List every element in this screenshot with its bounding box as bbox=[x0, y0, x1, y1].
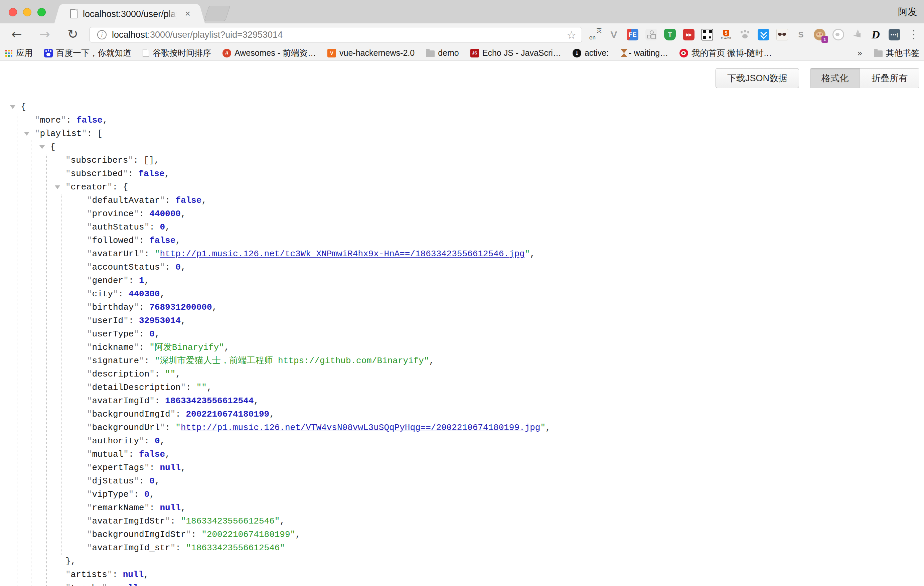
quote: " bbox=[87, 476, 92, 486]
format-button[interactable]: 格式化 bbox=[810, 68, 860, 88]
json-line: "accountStatus": 0, bbox=[0, 261, 924, 274]
browser-profile-name[interactable]: 阿发 bbox=[898, 5, 917, 19]
comma: , bbox=[149, 489, 155, 500]
quote: " bbox=[87, 302, 92, 312]
json-bracket: } bbox=[66, 556, 71, 566]
quote: " bbox=[107, 569, 112, 579]
forward-button[interactable]: → bbox=[40, 26, 50, 42]
monkey-extension-icon[interactable]: 1 bbox=[814, 29, 825, 40]
bookmark-demo[interactable]: demo bbox=[426, 48, 459, 58]
downloader-extension-icon[interactable] bbox=[757, 29, 769, 40]
json-url-link[interactable]: http://p1.music.126.net/tc3Wk_XNPmwiR4hx… bbox=[160, 249, 525, 259]
comma: , bbox=[207, 383, 212, 393]
colon: : bbox=[144, 249, 155, 259]
json-line: "signature": "深圳市爱猫人士，前端工程师 https://gith… bbox=[0, 354, 924, 368]
quote: " bbox=[87, 342, 92, 352]
colon: : bbox=[66, 115, 76, 125]
address-bar[interactable]: i localhost:3000/user/playlist?uid=32953… bbox=[89, 27, 582, 43]
quote: " bbox=[123, 316, 129, 326]
json-string-value: "阿发Binaryify" bbox=[149, 342, 224, 352]
sitemap-extension-icon[interactable] bbox=[645, 29, 657, 40]
json-line: "backgroundUrl": "http://p1.music.126.ne… bbox=[0, 421, 924, 434]
minimize-window-button[interactable] bbox=[23, 8, 31, 17]
json-line: "subscribed": false, bbox=[0, 167, 924, 180]
bookmark-vue-hackernews[interactable]: V vue-hackernews-2.0 bbox=[327, 48, 414, 58]
weibo-grey-extension-icon[interactable] bbox=[832, 29, 844, 40]
new-tab-button[interactable] bbox=[204, 6, 231, 21]
colon: : bbox=[134, 489, 144, 500]
page-icon bbox=[143, 49, 149, 57]
json-lines: {"more": false,"playlist": [{"subscriber… bbox=[0, 100, 924, 586]
bookmark-apps[interactable]: 应用 bbox=[5, 48, 33, 58]
reload-button[interactable]: ↻ bbox=[68, 26, 78, 42]
json-literal-value: 0 bbox=[175, 262, 181, 272]
other-bookmarks-folder[interactable]: 其他书签 bbox=[874, 48, 919, 58]
page-actions: 下载JSON数据 格式化 折叠所有 bbox=[716, 68, 919, 88]
quote: " bbox=[181, 383, 186, 393]
hummingbird-extension-icon[interactable] bbox=[851, 29, 863, 40]
collapse-toggle-icon[interactable] bbox=[55, 185, 60, 189]
bookmark-label: 我的首页 微博-随时… bbox=[691, 48, 772, 58]
comma: , bbox=[165, 222, 170, 232]
quote: " bbox=[87, 276, 92, 286]
collapse-toggle-icon[interactable] bbox=[40, 145, 45, 149]
qr-code-extension-icon[interactable] bbox=[701, 29, 713, 40]
json-key: city bbox=[92, 289, 113, 299]
bookmark-echojs[interactable]: JS Echo JS - JavaScri… bbox=[470, 48, 561, 58]
tab-close-icon[interactable]: × bbox=[185, 8, 190, 19]
json-key: mutual bbox=[92, 449, 124, 459]
fe-extension-icon[interactable]: FE bbox=[627, 29, 639, 40]
video-speed-extension-icon[interactable]: ▶▶ bbox=[683, 29, 695, 40]
browser-tab[interactable]: localhost:3000/user/playlist?u × bbox=[62, 4, 197, 23]
colon: : bbox=[175, 409, 186, 419]
back-button[interactable]: ← bbox=[12, 26, 22, 42]
vue-devtools-extension-icon[interactable]: V bbox=[608, 29, 620, 40]
json-line: "userId": 32953014, bbox=[0, 314, 924, 327]
json-line: "subscribers": [], bbox=[0, 154, 924, 167]
zoom-window-button[interactable] bbox=[38, 8, 46, 17]
html5-player-extension-icon[interactable]: 5 PLAYER bbox=[720, 29, 732, 40]
bookmark-label: Echo JS - JavaScri… bbox=[482, 48, 561, 58]
collapse-toggle-icon[interactable] bbox=[10, 105, 15, 109]
comma: , bbox=[175, 236, 181, 246]
quote: " bbox=[155, 249, 160, 259]
bookmark-waiting[interactable]: - waiting… bbox=[620, 48, 668, 58]
bookmark-google-sort[interactable]: 谷歌按时间排序 bbox=[143, 48, 211, 58]
json-literal-value: 32953014 bbox=[139, 316, 181, 326]
browser-menu-icon[interactable]: ⋮ bbox=[908, 27, 919, 41]
comma: , bbox=[160, 289, 165, 299]
bookmark-active[interactable]: ↓ active: bbox=[573, 48, 609, 58]
onepassword-extension-icon[interactable]: •••| bbox=[889, 29, 900, 40]
download-json-button[interactable]: 下载JSON数据 bbox=[716, 68, 799, 88]
quote: " bbox=[170, 543, 176, 553]
tampermonkey-shield-extension-icon[interactable]: T bbox=[664, 29, 676, 40]
json-key: gender bbox=[92, 276, 124, 286]
bookmark-star-icon[interactable]: ☆ bbox=[566, 29, 576, 41]
bookmarks-overflow-icon[interactable]: » bbox=[857, 48, 863, 58]
bookmark-weibo-home[interactable]: 我的首页 微博-随时… bbox=[680, 48, 772, 58]
collapse-all-button[interactable]: 折叠所有 bbox=[860, 68, 919, 88]
paw-extension-icon[interactable] bbox=[739, 29, 751, 40]
collapse-toggle-icon[interactable] bbox=[24, 132, 30, 135]
bookmark-baidu[interactable]: 百度一下，你就知道 bbox=[44, 48, 131, 58]
colon: : bbox=[186, 383, 196, 393]
comma: , bbox=[429, 356, 435, 366]
json-literal-value: null bbox=[160, 503, 180, 513]
json-line: { bbox=[0, 140, 924, 154]
json-line: "city": 440300, bbox=[0, 287, 924, 301]
page-info-icon[interactable]: i bbox=[97, 30, 107, 40]
s-extension-icon[interactable]: S bbox=[795, 29, 807, 40]
json-line: "expertTags": null, bbox=[0, 461, 924, 474]
json-literal-value: 440000 bbox=[149, 209, 181, 219]
bookmark-awesomes[interactable]: A Awesomes - 前端资… bbox=[223, 48, 316, 58]
json-literal-value: null bbox=[160, 463, 180, 473]
translate-extension-icon[interactable]: en 英 bbox=[589, 29, 601, 40]
close-window-button[interactable] bbox=[9, 8, 17, 17]
json-url-link[interactable]: http://p1.music.126.net/VTW4vsN08vwL3uSQ… bbox=[181, 423, 541, 432]
dashlane-extension-icon[interactable]: D bbox=[870, 29, 881, 40]
bookmark-label: 谷歌按时间排序 bbox=[153, 48, 211, 58]
colon: : bbox=[149, 503, 160, 513]
json-string-value: "18633423556612546" bbox=[181, 516, 280, 526]
masked-document-extension-icon[interactable] bbox=[776, 29, 788, 40]
colon: : bbox=[155, 369, 165, 379]
